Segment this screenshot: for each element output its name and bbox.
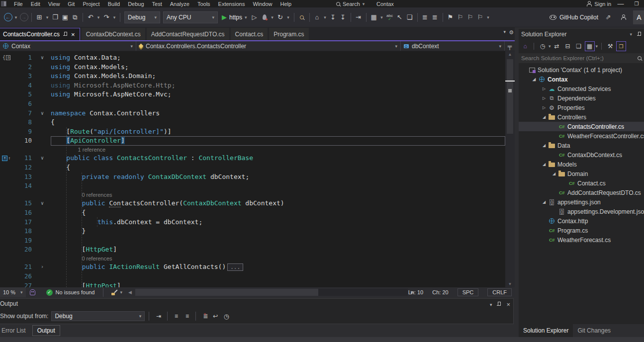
tree-item[interactable]: C#ContaxDbContext.cs <box>519 150 644 160</box>
hscroll-left-icon[interactable]: ◀ <box>128 287 132 297</box>
editor-vertical-scrollbar[interactable]: ▲ ▼ <box>505 51 515 287</box>
collapse-all-button[interactable]: ⊟ <box>563 41 573 51</box>
fold-marker[interactable]: ∨ <box>34 53 51 63</box>
tree-expander[interactable]: ◢ <box>541 143 548 148</box>
code-text[interactable]: [HttpPost] <box>51 281 505 287</box>
feedback-button[interactable] <box>618 12 628 23</box>
schema-dropdown[interactable]: ▾ <box>379 12 385 23</box>
split-editor-button[interactable]: ╤ <box>504 41 515 51</box>
codelens-label[interactable]: 0 references <box>82 255 112 263</box>
solution-explorer-search[interactable]: Search Solution Explorer (Ctrl+;) <box>519 53 644 63</box>
code-line[interactable]: 3using Contax.Models.Domain; <box>0 72 505 81</box>
toggle-bookmark-button[interactable]: ⚑ <box>446 11 456 23</box>
menu-item-tools[interactable]: Tools <box>193 0 214 7</box>
tree-expander[interactable]: ◢ <box>541 115 548 119</box>
code-text[interactable]: { <box>51 208 505 218</box>
tree-item[interactable]: Contax.http <box>519 216 644 226</box>
tree-item[interactable]: ▷⚙Properties <box>519 103 644 112</box>
code-line[interactable]: 18 } <box>0 227 505 236</box>
tree-item[interactable]: C#AddContactRequestDTO.cs <box>519 188 644 197</box>
tree-item[interactable]: ◢{}appsettings.json <box>519 197 644 207</box>
code-line[interactable]: 14 <box>0 181 505 191</box>
line-ending-toggle[interactable]: CRLF <box>487 288 512 296</box>
breadcrumb-type-dropdown[interactable]: Contax.Controllers.ContactsController ▾ <box>136 41 401 51</box>
pending-changes-filter-button[interactable]: ◷ <box>538 41 548 51</box>
tree-item[interactable]: C#Contact.cs <box>519 178 644 188</box>
document-tab[interactable]: Program.cs <box>269 28 308 40</box>
menu-item-project[interactable]: Project <box>79 0 103 7</box>
tree-item[interactable]: ◢Models <box>519 160 644 169</box>
code-cleanup-icon[interactable] <box>111 289 118 296</box>
tree-expander[interactable]: ▷ <box>541 86 548 91</box>
document-tab[interactable]: ContaxDbContext.cs <box>82 28 145 40</box>
undo-dropdown[interactable]: ▾ <box>95 12 101 23</box>
search-control[interactable]: Search ▾ <box>336 0 365 7</box>
tree-item[interactable]: ◢Data <box>519 141 644 150</box>
code-text[interactable]: { <box>51 118 505 127</box>
codelens-row[interactable]: 0 references <box>0 191 505 199</box>
update-database-button[interactable]: ↧ <box>328 11 338 23</box>
code-text[interactable]: [Route("api/[controller]")] <box>51 127 505 137</box>
find-in-files-button[interactable] <box>297 11 307 23</box>
browse-with-button[interactable]: ⌂ <box>312 11 322 23</box>
close-icon[interactable]: × <box>71 31 75 38</box>
pin-icon[interactable] <box>497 302 501 307</box>
tree-expander[interactable]: ◢ <box>541 200 548 204</box>
scroll-down-icon[interactable]: ▼ <box>505 282 515 286</box>
tree-expander[interactable]: ◢ <box>531 77 538 82</box>
codelens-row[interactable]: 0 references <box>0 255 505 263</box>
tree-item[interactable]: {}appsettings.Development.json <box>519 207 644 216</box>
clear-bookmarks-button[interactable]: ⚐ <box>475 11 485 23</box>
code-text[interactable]: [HttpGet] <box>51 245 505 255</box>
panel-options-dropdown[interactable]: ▾ <box>630 32 632 37</box>
tree-item[interactable]: C#ContactsController.cs <box>519 122 644 131</box>
document-tab[interactable]: ContactsController.cs× <box>0 28 80 40</box>
tool-tab-error-list[interactable]: Error List <box>0 326 30 336</box>
spell-check-button[interactable]: abc ✓ <box>385 11 395 23</box>
code-line[interactable]: 7∨namespace Contax.Controllers <box>0 109 505 118</box>
scroll-up-icon[interactable]: ▲ <box>505 52 515 57</box>
timestamp-button[interactable]: ◷ <box>221 311 232 321</box>
hscroll-thumb[interactable] <box>135 289 318 296</box>
doc-outline-icon[interactable]: {a <box>2 53 10 63</box>
fold-marker[interactable]: ∨ <box>34 199 51 208</box>
codelens-label[interactable]: 0 references <box>82 191 112 199</box>
code-text[interactable]: this.dbContext = dbContext; <box>51 218 505 227</box>
code-line[interactable]: 20 [HttpGet] <box>0 245 505 255</box>
menu-item-build[interactable]: Build <box>104 0 124 7</box>
code-line[interactable]: 13 private readonly ContaxDbContext dbCo… <box>0 172 505 182</box>
menu-item-help[interactable]: Help <box>276 0 296 7</box>
tree-expander[interactable]: ◢ <box>551 171 557 176</box>
tree-item[interactable]: ◢Contax <box>519 75 644 84</box>
tree-item[interactable]: C#Program.cs <box>519 226 644 235</box>
open-file-button[interactable]: ❐ <box>50 11 60 23</box>
undo-button[interactable]: ↶ <box>86 11 95 23</box>
tree-item[interactable]: ◢Controllers <box>519 112 644 122</box>
code-line[interactable]: 21› public IActionResult GetAllContacts(… <box>0 262 505 272</box>
comment-lines-button[interactable]: ≣ <box>430 11 440 23</box>
scrollbar-thumb[interactable] <box>507 59 513 134</box>
tab-list-dropdown[interactable]: ▾ <box>504 29 506 36</box>
panel-tab-git-changes[interactable]: Git Changes <box>573 326 615 336</box>
code-text[interactable]: using Contax.Models.Domain; <box>51 72 505 81</box>
tree-item[interactable]: ▷⧉Dependencies <box>519 93 644 103</box>
prev-bookmark-button[interactable]: ⚐ <box>456 11 465 23</box>
schema-compare-button[interactable]: ▦ <box>369 11 379 23</box>
code-line[interactable]: 4using Microsoft.AspNetCore.Http; <box>0 81 505 90</box>
code-text[interactable]: public IActionResult GetAllContacts()... <box>51 262 505 272</box>
output-source-dropdown[interactable]: Debug ▾ <box>51 311 145 321</box>
tree-expander[interactable]: ▷ <box>541 105 548 110</box>
code-line[interactable]: 27 [HttpPost] <box>0 281 505 287</box>
intellicode-icon[interactable] <box>30 289 35 295</box>
menu-item-file[interactable]: File <box>10 0 27 7</box>
tree-item[interactable]: Solution 'Contax' (1 of 1 project) <box>519 65 644 75</box>
close-icon[interactable]: × <box>506 301 510 308</box>
bookmark-dropdown[interactable]: ▾ <box>485 12 491 23</box>
menu-item-edit[interactable]: Edit <box>27 0 44 7</box>
tree-item[interactable]: ◢Domain <box>519 169 644 178</box>
properties-window-button[interactable]: ❏ <box>574 41 584 51</box>
zoom-dropdown[interactable]: 10 % ▾ <box>0 287 26 297</box>
tab-options-gear-icon[interactable]: ⚙ <box>509 29 514 36</box>
solution-config-dropdown[interactable]: Debug ▾ <box>124 11 160 23</box>
fold-marker[interactable]: ∨ <box>34 109 51 118</box>
